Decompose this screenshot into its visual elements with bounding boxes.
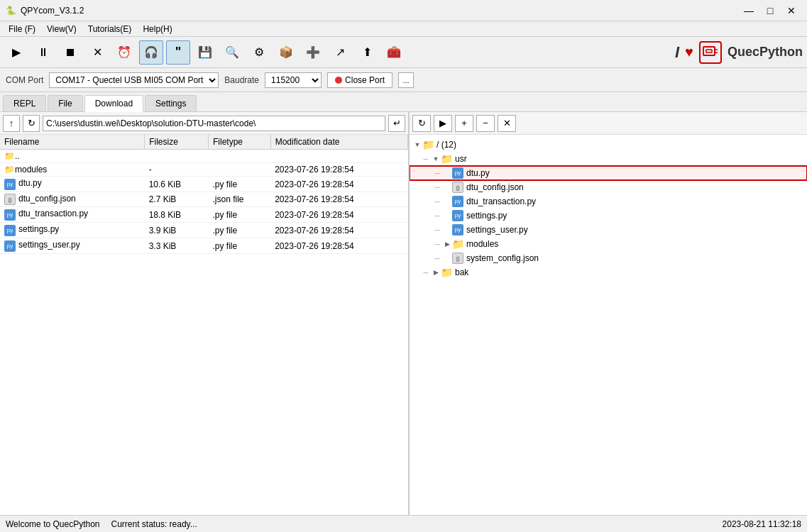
baudrate-label: Baudrate — [224, 75, 259, 85]
close-right-button[interactable]: ✕ — [498, 115, 516, 132]
tree-item[interactable]: ─ {} system_config.json — [410, 251, 807, 265]
svg-rect-0 — [703, 47, 715, 55]
py-file-icon: py — [4, 209, 16, 221]
tree-item-label: system_config.json — [466, 253, 539, 263]
minimize-button[interactable]: — — [739, 2, 759, 19]
play-right-button[interactable]: ▶ — [434, 115, 452, 132]
path-input[interactable] — [43, 116, 385, 131]
tree-item-label: bak — [455, 267, 468, 277]
line-icon: ─ — [432, 184, 442, 192]
baudrate-select[interactable]: 115200 — [265, 72, 322, 88]
menu-view[interactable]: View(V) — [41, 23, 82, 35]
root-toggle[interactable]: ▼ — [412, 141, 422, 148]
tree-item[interactable]: ─ py dtu.py — [410, 166, 807, 180]
stop-button[interactable]: ⏹ — [58, 40, 82, 65]
tree-item-label: settings_user.py — [466, 225, 528, 235]
menu-tutorials[interactable]: Tutorials(E) — [82, 23, 138, 35]
tab-repl[interactable]: REPL — [3, 95, 46, 111]
tool-button[interactable]: 🧰 — [382, 40, 406, 65]
add-button[interactable]: ➕ — [301, 40, 325, 65]
settings-button[interactable]: ⚙ — [247, 40, 271, 65]
cell-filename: 📁.. — [0, 150, 145, 163]
tree-item[interactable]: ─ ▶ 📁 bak — [410, 265, 807, 279]
cell-moddate: 2023-07-26 19:28:54 — [270, 192, 407, 207]
col-filetype[interactable]: Filetype — [208, 135, 270, 150]
logo-device-icon — [699, 41, 722, 64]
toggle-icon[interactable]: ▶ — [431, 269, 441, 276]
toggle-icon[interactable]: ▼ — [431, 155, 441, 162]
cell-filetype — [208, 163, 270, 177]
more-button[interactable]: ... — [398, 72, 414, 88]
tab-download[interactable]: Download — [84, 95, 143, 112]
minus-right-button[interactable]: − — [476, 115, 495, 132]
app-icon: 🐍 — [6, 6, 16, 16]
quote-button[interactable]: " — [166, 40, 190, 65]
tree-item[interactable]: ─ py settings_user.py — [410, 223, 807, 237]
comport-bar: COM Port COM17 - Quectel USB MI05 COM Po… — [0, 68, 807, 92]
pause-button[interactable]: ⏸ — [31, 40, 55, 65]
refresh-left-button[interactable]: ↻ — [23, 115, 40, 132]
table-row[interactable]: pydtu.py 10.6 KiB .py file 2023-07-26 19… — [0, 177, 408, 192]
table-row[interactable]: 📁modules - 2023-07-26 19:28:54 — [0, 163, 408, 177]
tab-file[interactable]: File — [48, 95, 82, 111]
cell-filesize: 3.9 KiB — [145, 223, 209, 238]
json-tree-icon: {} — [452, 182, 463, 193]
tree-item[interactable]: ─ {} dtu_config.json — [410, 180, 807, 194]
close-port-button[interactable]: Close Port — [327, 72, 392, 88]
add-right-button[interactable]: + — [455, 115, 473, 132]
left-toolbar: ↑ ↻ ↵ — [0, 112, 408, 135]
cell-filetype — [208, 150, 270, 163]
share-button[interactable]: ↗ — [328, 40, 352, 65]
menu-file[interactable]: File (F) — [3, 23, 41, 35]
refresh-right-button[interactable]: ↻ — [412, 115, 431, 132]
headset-button[interactable]: 🎧 — [139, 40, 163, 65]
cell-filesize: - — [145, 163, 209, 177]
table-row[interactable]: pysettings.py 3.9 KiB .py file 2023-07-2… — [0, 223, 408, 238]
col-moddate[interactable]: Modification date — [270, 135, 407, 150]
search-button[interactable]: 🔍 — [220, 40, 244, 65]
folder-tree-icon: 📁 — [441, 267, 453, 278]
enter-button[interactable]: ↵ — [388, 115, 405, 132]
play-button[interactable]: ▶ — [4, 40, 28, 65]
table-row[interactable]: 📁.. — [0, 150, 408, 163]
tree-root[interactable]: ▼ 📁 / (12) — [410, 138, 807, 152]
logo-brand: QuecPython — [728, 45, 803, 60]
cube-button[interactable]: 📦 — [274, 40, 298, 65]
cell-moddate: 2023-07-26 19:28:54 — [270, 238, 407, 254]
tree-item[interactable]: ─ py dtu_transaction.py — [410, 194, 807, 209]
tab-bar: REPL File Download Settings — [0, 92, 807, 112]
cell-moddate: 2023-07-26 19:28:54 — [270, 177, 407, 192]
main-content: ↑ ↻ ↵ Filename Filesize Filetype Modific… — [0, 112, 807, 515]
py-file-icon: py — [4, 179, 16, 190]
json-file-icon: {} — [4, 194, 16, 205]
tree-item[interactable]: ─ ▼ 📁 usr — [410, 152, 807, 166]
alarm-button[interactable]: ⏰ — [112, 40, 136, 65]
tab-settings[interactable]: Settings — [145, 95, 197, 111]
comport-select[interactable]: COM17 - Quectel USB MI05 COM Port — [49, 72, 219, 88]
cell-filesize: 2.7 KiB — [145, 192, 209, 207]
py-file-icon: py — [4, 240, 16, 252]
file-table: Filename Filesize Filetype Modification … — [0, 135, 408, 254]
close-button[interactable]: ✕ — [781, 2, 801, 19]
status-bar: Welcome to QuecPython Current status: re… — [0, 515, 807, 532]
close-tool-button[interactable]: ✕ — [85, 40, 109, 65]
line-icon: ─ — [432, 198, 442, 206]
title-bar: 🐍 QPYcom_V3.1.2 — □ ✕ — [0, 0, 807, 21]
upload-button[interactable]: ⬆ — [355, 40, 379, 65]
table-row[interactable]: pydtu_transaction.py 18.8 KiB .py file 2… — [0, 207, 408, 223]
tree-item[interactable]: ─ py settings.py — [410, 209, 807, 223]
tree-item[interactable]: ─ ▶ 📁 modules — [410, 237, 807, 251]
col-filesize[interactable]: Filesize — [145, 135, 209, 150]
save-button[interactable]: 💾 — [193, 40, 217, 65]
table-row[interactable]: pysettings_user.py 3.3 KiB .py file 2023… — [0, 238, 408, 254]
line-icon: ─ — [421, 155, 431, 163]
up-button[interactable]: ↑ — [3, 115, 20, 132]
left-file-list: Filename Filesize Filetype Modification … — [0, 135, 408, 515]
col-filename[interactable]: Filename — [0, 135, 145, 150]
maximize-button[interactable]: □ — [760, 2, 780, 19]
logo-heart: ♥ — [685, 44, 693, 60]
menu-help[interactable]: Help(H) — [137, 23, 177, 35]
table-row[interactable]: {}dtu_config.json 2.7 KiB .json file 202… — [0, 192, 408, 207]
cell-filename: pydtu_transaction.py — [0, 207, 145, 223]
toggle-icon[interactable]: ▶ — [442, 240, 452, 248]
